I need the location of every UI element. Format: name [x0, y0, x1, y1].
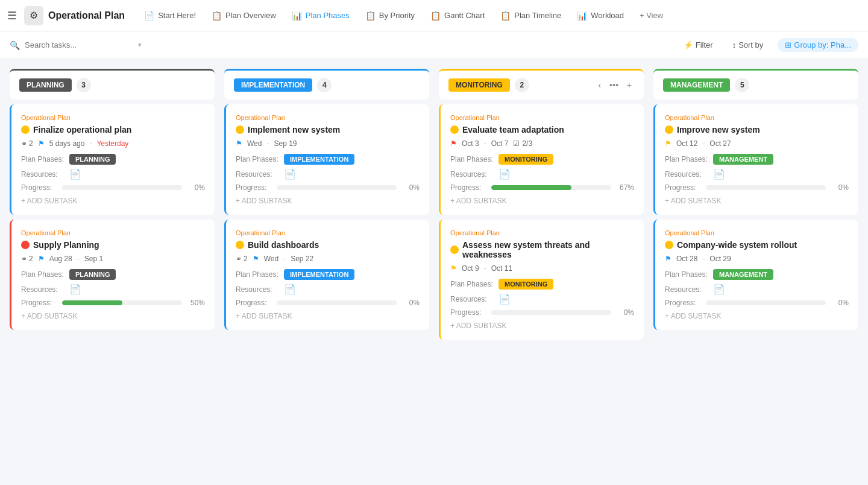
add-subtask-button[interactable]: + ADD SUBTASK	[21, 197, 205, 205]
resources-icon[interactable]: 📄	[69, 284, 81, 295]
add-action[interactable]: +	[624, 79, 634, 91]
card-meta: ⚭ 2 ⚑ Aug 28 - Sep 1	[21, 255, 205, 263]
group-button[interactable]: ⊞ Group by: Pha...	[778, 38, 858, 52]
progress-row: Progress: 0%	[450, 308, 634, 317]
resources-icon[interactable]: 📄	[284, 168, 296, 180]
status-dot-red	[21, 241, 30, 249]
phase-badge: PLANNING	[69, 269, 116, 280]
resources-icon[interactable]: 📄	[713, 168, 725, 180]
card-meta: ⚭ 2 ⚑ 5 days ago - Yesterday	[21, 139, 205, 148]
progress-bar-wrap	[706, 300, 826, 305]
check-icon: ☑	[513, 139, 520, 148]
phase-badge: MONITORING	[498, 279, 553, 290]
more-action[interactable]: •••	[607, 79, 621, 91]
card-project: Operational Plan	[21, 114, 205, 121]
card-evaluate-team-adaptation[interactable]: Operational Plan Evaluate team adaptatio…	[439, 104, 644, 215]
add-subtask-button[interactable]: + ADD SUBTASK	[450, 197, 634, 205]
resources-icon[interactable]: 📄	[284, 284, 296, 295]
subtask-icon: ⚭	[21, 255, 27, 263]
management-badge: MANAGEMENT	[663, 78, 730, 92]
phase-label: Plan Phases:	[665, 270, 713, 279]
hamburger-menu[interactable]: ☰	[7, 9, 17, 22]
implementation-count: 4	[317, 78, 332, 92]
column-header-implementation: IMPLEMENTATION 4	[224, 69, 429, 100]
resources-label: Resources:	[450, 170, 498, 179]
flag-icon: ⚑	[38, 139, 45, 148]
card-build-dashboards[interactable]: Operational Plan Build dashboards ⚭ 2 ⚑ …	[224, 220, 429, 330]
date-end: Yesterday	[96, 139, 128, 148]
progress-label: Progress:	[665, 299, 701, 307]
card-project: Operational Plan	[450, 114, 634, 121]
date-separator: -	[283, 255, 286, 263]
tab-plan-overview[interactable]: 📋 Plan Overview	[204, 7, 283, 24]
status-dot-yellow	[450, 246, 459, 254]
card-assess-threats[interactable]: Operational Plan Assess new system threa…	[439, 220, 644, 340]
card-project: Operational Plan	[665, 229, 849, 236]
progress-row: Progress: 0%	[665, 183, 849, 192]
phase-badge: MONITORING	[498, 154, 553, 165]
card-title: Evaluate team adaptation	[450, 125, 634, 135]
card-implement-new-system[interactable]: Operational Plan Implement new system ⚑ …	[224, 104, 429, 215]
card-company-wide-rollout[interactable]: Operational Plan Company-wide system rol…	[653, 220, 858, 330]
date-start: Oct 28	[676, 255, 697, 263]
status-dot-yellow	[236, 125, 244, 134]
prev-action[interactable]: ‹	[596, 79, 603, 91]
sort-button[interactable]: ↕ Sort by	[728, 38, 769, 52]
filter-button[interactable]: ⚡ Filter	[679, 38, 718, 52]
start-here-icon: 📄	[144, 11, 154, 21]
card-finalize-operational-plan[interactable]: Operational Plan Finalize operational pl…	[10, 104, 215, 215]
resources-field: Resources: 📄	[236, 284, 420, 295]
status-dot-yellow	[236, 241, 244, 249]
add-subtask-button[interactable]: + ADD SUBTASK	[21, 312, 205, 320]
subtasks-count: ⚭ 2	[236, 255, 248, 263]
card-title: Implement new system	[236, 125, 420, 135]
tab-plan-phases[interactable]: 📊 Plan Phases	[285, 7, 357, 24]
phase-field: Plan Phases: MANAGEMENT	[665, 269, 849, 280]
search-input[interactable]	[25, 40, 133, 49]
tab-plan-timeline[interactable]: 📋 Plan Timeline	[493, 7, 568, 24]
add-subtask-button[interactable]: + ADD SUBTASK	[665, 312, 849, 320]
add-subtask-button[interactable]: + ADD SUBTASK	[450, 322, 634, 330]
card-improve-new-system[interactable]: Operational Plan Improve new system ⚑ Oc…	[653, 104, 858, 215]
progress-bar-wrap	[491, 185, 611, 190]
resources-field: Resources: 📄	[665, 168, 849, 180]
resources-icon[interactable]: 📄	[498, 168, 511, 180]
resources-icon[interactable]: 📄	[713, 284, 725, 295]
tab-gantt-chart[interactable]: 📋 Gantt Chart	[423, 7, 492, 24]
gantt-chart-icon: 📋	[430, 11, 441, 21]
add-subtask-button[interactable]: + ADD SUBTASK	[236, 312, 420, 320]
flag-icon: ⚑	[665, 255, 671, 263]
flag-icon: ⚑	[450, 139, 457, 148]
plan-overview-icon: 📋	[212, 11, 222, 21]
progress-pct: 0%	[401, 299, 420, 307]
card-title: Build dashboards	[236, 240, 420, 250]
nav-tabs: 📄 Start Here! 📋 Plan Overview 📊 Plan Pha…	[137, 7, 631, 24]
status-dot-yellow	[665, 241, 673, 249]
date-separator: -	[484, 264, 486, 273]
progress-label: Progress:	[236, 299, 272, 307]
card-supply-planning[interactable]: Operational Plan Supply Planning ⚭ 2 ⚑ A…	[10, 220, 215, 330]
date-end: Oct 27	[709, 139, 731, 148]
tab-by-priority[interactable]: 📋 By Priority	[358, 7, 422, 24]
implementation-badge: IMPLEMENTATION	[234, 78, 312, 92]
workload-icon: 📊	[577, 11, 587, 21]
add-subtask-button[interactable]: + ADD SUBTASK	[236, 197, 420, 205]
date-end: Oct 11	[491, 264, 512, 273]
date-separator: -	[89, 139, 92, 148]
date-start: Oct 3	[462, 139, 479, 148]
column-actions: ‹ ••• +	[596, 79, 634, 91]
add-subtask-button[interactable]: + ADD SUBTASK	[665, 197, 849, 205]
resources-icon[interactable]: 📄	[69, 168, 81, 180]
add-view-button[interactable]: + View	[634, 7, 669, 24]
phase-badge: IMPLEMENTATION	[284, 269, 354, 280]
card-meta: ⚑ Oct 3 - Oct 7 ☑ 2/3	[450, 139, 634, 148]
tab-start-here[interactable]: 📄 Start Here!	[137, 7, 203, 24]
date-end: Oct 29	[709, 255, 731, 263]
resources-icon[interactable]: 📄	[498, 293, 511, 305]
progress-label: Progress:	[450, 183, 486, 192]
column-implementation: IMPLEMENTATION 4 Operational Plan Implem…	[224, 69, 429, 330]
tab-workload[interactable]: 📊 Workload	[570, 7, 631, 24]
resources-label: Resources:	[236, 285, 284, 294]
progress-row: Progress: 50%	[21, 299, 205, 307]
date-start: Oct 12	[676, 139, 697, 148]
